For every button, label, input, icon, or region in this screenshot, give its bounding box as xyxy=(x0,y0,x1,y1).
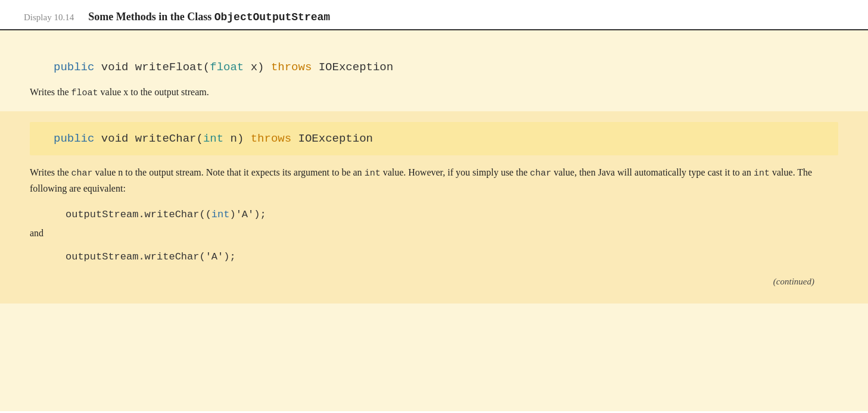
section-writeFloat: public void writeFloat(float x) throws I… xyxy=(30,48,838,111)
display-header: Display 10.14 Some Methods in the Class … xyxy=(0,0,868,30)
param-x: x) xyxy=(244,61,271,74)
desc-char-mono-2: char xyxy=(530,168,552,179)
desc-writeFloat: Writes the float value x to the output s… xyxy=(30,85,826,101)
exception-1: IOException xyxy=(312,61,393,74)
desc-writeChar: Writes the char value n to the output st… xyxy=(30,165,838,196)
method-sig-block-writeChar: public void writeChar(int n) throws IOEx… xyxy=(30,122,838,156)
main-content: public void writeFloat(float x) throws I… xyxy=(0,30,868,411)
exception-2: IOException xyxy=(291,132,373,145)
display-label: Display 10.14 xyxy=(24,12,74,23)
code1-suffix: )'A'); xyxy=(229,209,266,220)
type-int: int xyxy=(203,132,223,145)
display-title: Some Methods in the Class ObjectOutputSt… xyxy=(88,11,330,23)
continued-label: (continued) xyxy=(30,271,838,293)
and-label: and xyxy=(30,228,838,239)
desc-char-mono-1: char xyxy=(71,168,93,179)
method-sig-writeChar: public void writeChar(int n) throws IOEx… xyxy=(42,130,826,148)
keyword-throws-2: throws xyxy=(251,132,291,145)
code1-type: int xyxy=(211,209,230,220)
title-classname: ObjectOutputStream xyxy=(214,11,330,23)
desc-float-mono: float xyxy=(71,88,98,98)
code-example-2: outputStream.writeChar('A'); xyxy=(30,249,838,265)
param-n: n) xyxy=(223,132,251,145)
section-writeChar: public void writeChar(int n) throws IOEx… xyxy=(0,111,868,304)
method-sig-writeFloat: public void writeFloat(float x) throws I… xyxy=(30,59,826,76)
method-name-writeChar: writeChar( xyxy=(135,132,203,145)
code1-prefix: outputStream.writeChar(( xyxy=(66,209,211,220)
title-text: Some Methods in the Class xyxy=(88,11,214,23)
code-example-1: outputStream.writeChar((int)'A'); xyxy=(30,207,838,223)
method-name-writeFloat: writeFloat( xyxy=(135,61,210,74)
keyword-public-1: public xyxy=(54,61,94,74)
keyword-void-1: void xyxy=(94,61,135,74)
page-container: Display 10.14 Some Methods in the Class … xyxy=(0,0,868,413)
code2-text: outputStream.writeChar('A'); xyxy=(66,251,236,262)
keyword-void-2: void xyxy=(94,132,135,145)
keyword-throws-1: throws xyxy=(271,61,312,74)
keyword-public-2: public xyxy=(54,132,94,145)
type-float: float xyxy=(210,61,244,74)
desc-int-mono-1: int xyxy=(365,168,381,179)
desc-int-mono-2: int xyxy=(754,168,770,179)
